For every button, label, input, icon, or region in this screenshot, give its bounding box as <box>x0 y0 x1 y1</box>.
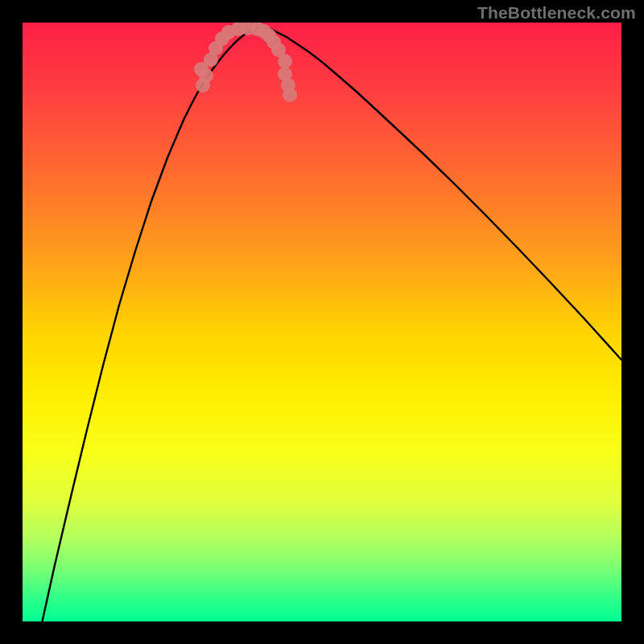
curve-right <box>262 27 621 360</box>
marker-dot <box>278 54 292 68</box>
curve-left <box>39 27 262 621</box>
watermark-label: TheBottleneck.com <box>477 3 636 23</box>
marker-dot <box>283 88 297 102</box>
plot-area <box>23 23 621 621</box>
curve-chart <box>23 23 621 621</box>
